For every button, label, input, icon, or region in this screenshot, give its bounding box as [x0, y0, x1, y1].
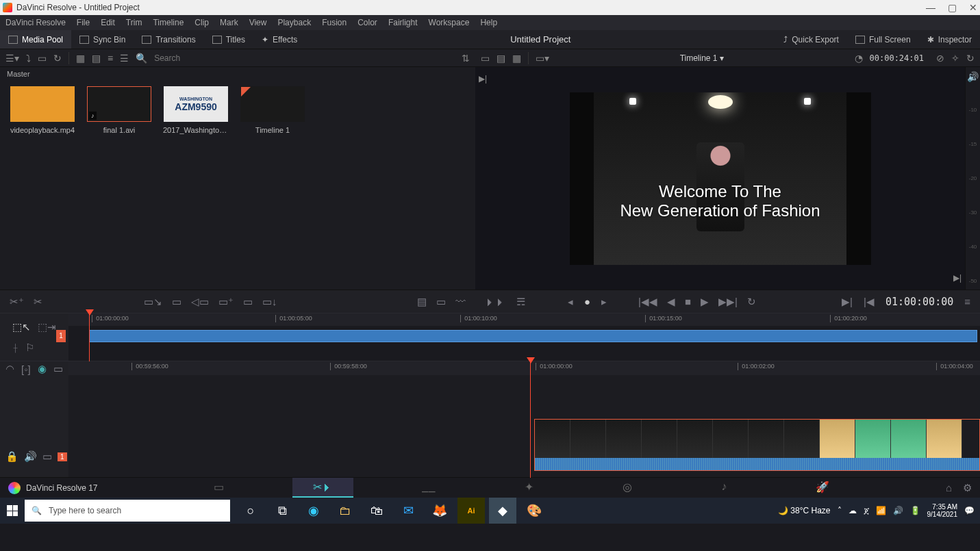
tools-1-button[interactable]: ▤ [417, 296, 427, 308]
viewer-safe-button[interactable]: ▭▾ [536, 53, 549, 64]
cortana-button[interactable]: ○ [237, 498, 264, 524]
audio-waveform[interactable] [535, 458, 979, 470]
media-pool-tab[interactable]: Media Pool [0, 30, 71, 49]
settings-button[interactable]: ⚙ [963, 482, 972, 494]
flag-button[interactable]: ◉ [38, 363, 47, 375]
transitions-tab[interactable]: Transitions [134, 30, 203, 49]
wand-button[interactable]: ✧ [951, 53, 959, 64]
menu-color[interactable]: Color [357, 18, 377, 27]
wifi-icon[interactable]: 📶 [876, 506, 886, 515]
menu-playback[interactable]: Playback [277, 18, 311, 27]
maximize-button[interactable]: ▢ [948, 2, 957, 13]
play-button[interactable]: ▶ [701, 296, 709, 308]
notifications-icon[interactable]: 💬 [964, 506, 975, 515]
loop-button[interactable]: ↻ [747, 296, 756, 308]
deliver-page-tab[interactable]: 🚀 [795, 478, 850, 498]
explorer-app[interactable]: 🗀 [331, 498, 359, 524]
lock-icon[interactable]: 🔒 [5, 450, 18, 463]
menu-edit[interactable]: Edit [101, 18, 115, 27]
overview-playhead[interactable] [89, 313, 90, 361]
import-button[interactable]: ⤵ [26, 53, 31, 64]
menu-fairlight[interactable]: Fairlight [388, 18, 418, 27]
snap-button[interactable]: ⟊ [12, 342, 18, 354]
tools-3-button[interactable]: 〰 [455, 296, 466, 307]
tray-chevron-icon[interactable]: ˄ [838, 506, 842, 515]
lang-icon[interactable]: ጀ [864, 506, 869, 515]
menu-button[interactable]: ≡ [964, 296, 970, 307]
media-page-tab[interactable]: ▭ [193, 478, 244, 498]
onedrive-icon[interactable]: ☁ [849, 506, 857, 515]
sort-button[interactable]: ⇅ [462, 53, 470, 64]
color-page-tab[interactable]: ◎ [602, 478, 653, 498]
start-button[interactable] [0, 498, 25, 524]
new-bin-button[interactable]: ▭ [38, 53, 47, 64]
strip-view-button[interactable]: ≡ [108, 53, 113, 64]
speaker-icon[interactable]: 🔊 [967, 71, 979, 82]
bypass-button[interactable]: ⊘ [936, 53, 944, 64]
jog-prev-button[interactable]: ◂ [568, 296, 573, 308]
timeline-name-label[interactable]: Timeline 1 [680, 53, 718, 63]
menu-workspace[interactable]: Workspace [429, 18, 470, 27]
step-back-button[interactable]: ◀ [667, 296, 675, 308]
home-button[interactable]: ⌂ [946, 482, 952, 494]
menu-timeline[interactable]: Timeline [153, 18, 184, 27]
firefox-app[interactable]: 🦊 [426, 498, 453, 524]
stop-button[interactable]: ■ [685, 296, 691, 307]
menu-fusion[interactable]: Fusion [322, 18, 347, 27]
split-button[interactable]: ✂ [34, 296, 42, 308]
viewer-opt-3[interactable]: ▦ [512, 53, 521, 64]
prev-clip-button[interactable]: |◀ [864, 296, 875, 308]
sync-button[interactable]: ↻ [53, 53, 62, 64]
marker-button[interactable]: [◦] [21, 363, 31, 375]
clip-item[interactable]: videoplayback.mp4 [10, 86, 75, 134]
track-number[interactable]: 1 [56, 330, 66, 342]
marker-tool-button[interactable]: ⚐ [25, 342, 34, 354]
clock-date[interactable]: 9/14/2021 [927, 511, 958, 518]
overwrite-button[interactable]: ▭↓ [262, 296, 277, 308]
boring-detect-button[interactable]: ✂⁺ [10, 296, 24, 308]
menu-help[interactable]: Help [480, 18, 497, 27]
viewer-canvas[interactable]: Welcome To The New Generation of Fashion [490, 67, 950, 290]
menu-clip[interactable]: Clip [194, 18, 209, 27]
speaker-track-icon[interactable]: 🔊 [24, 450, 37, 463]
resolve-app[interactable]: ◆ [489, 498, 516, 524]
detail-ruler[interactable]: │ 00:59:56:00│ 00:59:58:00│ 01:00:00:00│… [68, 361, 980, 375]
next-clip-button[interactable]: ▶| [842, 296, 853, 308]
thumb-view-button[interactable]: ▤ [92, 53, 101, 64]
overview-clip[interactable] [89, 330, 977, 342]
volume-icon[interactable]: 🔊 [893, 506, 903, 515]
taskbar-search[interactable]: 🔍 Type here to search [25, 500, 230, 522]
fusion-page-tab[interactable]: ✦ [504, 478, 554, 498]
tools-2-button[interactable]: ▭ [436, 296, 446, 308]
full-screen-button[interactable]: Full Screen [847, 35, 919, 44]
place-button[interactable]: ▭ [243, 296, 253, 308]
menu-file[interactable]: File [77, 18, 90, 27]
weather-widget[interactable]: 🌙 38°C Haze [778, 506, 831, 515]
fast-review-button[interactable]: ⏵⏵ [485, 296, 505, 307]
clip-item[interactable]: ♪final 1.avi [86, 86, 152, 134]
loop-viewer-button[interactable]: ↻ [966, 53, 975, 64]
quick-export-button[interactable]: ⤴Quick Export [775, 35, 847, 44]
trim-tool-button[interactable]: ⬚⇥ [38, 321, 56, 333]
menu-view[interactable]: View [249, 18, 267, 27]
titles-tab[interactable]: Titles [204, 30, 253, 49]
search-input[interactable] [154, 53, 223, 63]
fairlight-page-tab[interactable]: ♪ [701, 478, 747, 498]
effects-tab[interactable]: ✦Effects [253, 30, 305, 49]
clip-item[interactable]: WASHINGTONAZM95902017_Washington... [163, 86, 229, 134]
prev-edit-button[interactable]: ▶| [475, 67, 490, 290]
closeup-button[interactable]: ▭⁺ [218, 296, 234, 308]
minimize-button[interactable]: — [926, 2, 935, 13]
overview-ruler[interactable]: │ 01:00:00:00│ 01:00:05:00│ 01:00:10:00│… [68, 313, 980, 326]
bin-master[interactable]: Master [0, 67, 475, 81]
detail-view-button[interactable]: ☰ [120, 53, 129, 64]
viewer-opt-2[interactable]: ▤ [497, 53, 505, 64]
close-button[interactable]: ✕ [969, 2, 977, 13]
edge-app[interactable]: ◉ [300, 498, 327, 524]
cut-page-tab[interactable]: ✂⏵ [292, 478, 353, 498]
insert-smart-button[interactable]: ▭↘ [144, 296, 162, 308]
clip-item[interactable]: Timeline 1 [240, 86, 305, 134]
next-edit-button[interactable]: ▶| [950, 67, 965, 290]
viewer-opt-1[interactable]: ▭ [481, 53, 490, 64]
edit-page-tab[interactable]: ⎯⎯ [401, 478, 456, 498]
